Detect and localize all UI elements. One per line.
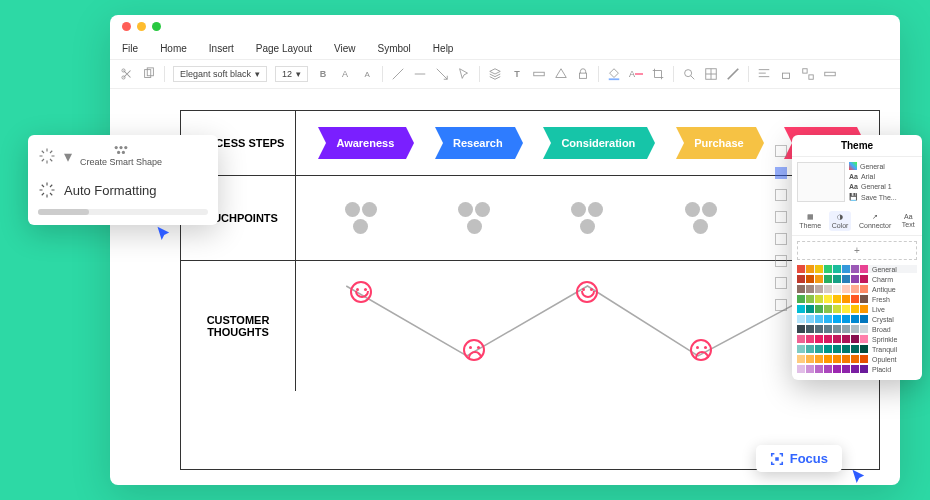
palette-row[interactable]: Crystal [797,315,917,323]
side-tool-icon[interactable] [775,233,787,245]
svg-rect-9 [783,73,790,78]
palette-row[interactable]: Live [797,305,917,313]
svg-point-7 [685,70,692,77]
align-icon[interactable] [757,67,771,81]
emoji-sad[interactable] [690,339,712,361]
side-tool-icon[interactable] [775,255,787,267]
palette-row[interactable]: Antique [797,285,917,293]
fill-icon[interactable] [607,67,621,81]
theme-opt-font[interactable]: AaArial [849,173,917,180]
cut-icon[interactable] [120,67,134,81]
theme-preview[interactable] [797,162,845,202]
svg-point-13 [115,146,118,149]
emoji-sad[interactable] [463,339,485,361]
menu-symbol[interactable]: Symbol [378,43,411,54]
font-size-up-icon[interactable]: A [338,67,352,81]
auto-format-panel: ▾ Create Smart Shape Auto Formatting [28,135,218,225]
palette-row[interactable]: Tranquil [797,345,917,353]
step-awareness[interactable]: Awareness [318,127,406,159]
menu-help[interactable]: Help [433,43,454,54]
emoji-happy[interactable] [576,281,598,303]
palette-row[interactable]: Broad [797,325,917,333]
auto-formatting-button[interactable]: Auto Formatting [38,175,208,205]
palette-row[interactable]: Sprinkle [797,335,917,343]
palette-row[interactable]: Fresh [797,295,917,303]
touchpoint-cluster[interactable] [567,202,607,234]
bold-icon[interactable]: B [316,67,330,81]
side-tool-icon[interactable] [775,299,787,311]
tab-color[interactable]: ◑Color [829,211,852,231]
font-color-icon[interactable]: A [629,67,643,81]
side-tool-icon[interactable] [775,189,787,201]
stroke-icon[interactable] [726,67,740,81]
font-selector[interactable]: Elegant soft black▾ [173,66,267,82]
touchpoint-cluster[interactable] [341,202,381,234]
palette-row[interactable]: Opulent [797,355,917,363]
menu-insert[interactable]: Insert [209,43,234,54]
titlebar [110,15,900,37]
palette-row[interactable]: Charm [797,275,917,283]
tab-text[interactable]: AaText [899,211,918,231]
theme-opt-general[interactable]: General [849,162,917,170]
connector-icon[interactable] [391,67,405,81]
row-label-thoughts: CUSTOMER THOUGHTS [181,261,296,391]
menu-page-layout[interactable]: Page Layout [256,43,312,54]
menu-file[interactable]: File [122,43,138,54]
font-size[interactable]: 12▾ [275,66,308,82]
minimize-icon[interactable] [137,22,146,31]
text-icon[interactable]: T [510,67,524,81]
insert-row-icon[interactable] [532,67,546,81]
svg-rect-4 [534,72,545,76]
svg-rect-11 [809,75,813,79]
theme-opt-save[interactable]: 💾Save The... [849,193,917,201]
lock2-icon[interactable] [779,67,793,81]
focus-icon [770,452,784,466]
side-tool-icon[interactable] [775,277,787,289]
cursor-icon [850,468,870,488]
more-icon[interactable] [823,67,837,81]
svg-point-17 [122,151,125,154]
layers-icon[interactable] [488,67,502,81]
group-icon[interactable] [801,67,815,81]
menubar: File Home Insert Page Layout View Symbol… [110,37,900,59]
shape-icon[interactable] [554,67,568,81]
side-toolbar [772,145,790,311]
tab-theme[interactable]: ▦Theme [796,211,824,231]
font-size-down-icon[interactable]: A [360,67,374,81]
sparkle-icon [38,181,56,199]
line-icon[interactable] [413,67,427,81]
tab-connector[interactable]: ↗Connector [856,211,894,231]
step-research[interactable]: Research [435,127,515,159]
side-tool-icon[interactable] [775,211,787,223]
step-consideration[interactable]: Consideration [543,127,647,159]
add-palette-button[interactable]: + [797,241,917,260]
menu-view[interactable]: View [334,43,356,54]
svg-point-14 [119,146,122,149]
touchpoint-cluster[interactable] [454,202,494,234]
svg-rect-18 [775,457,779,461]
focus-button[interactable]: Focus [756,445,842,472]
progress-bar [38,209,208,215]
menu-home[interactable]: Home [160,43,187,54]
palette-row[interactable]: Placid [797,365,917,373]
cursor-icon [155,225,175,245]
maximize-icon[interactable] [152,22,161,31]
side-tool-icon[interactable] [775,145,787,157]
svg-rect-5 [580,73,587,78]
palette-list: GeneralCharmAntiqueFreshLiveCrystalBroad… [792,265,922,380]
emoji-happy[interactable] [350,281,372,303]
theme-opt-general1[interactable]: AaGeneral 1 [849,183,917,190]
crop-icon[interactable] [651,67,665,81]
step-purchase[interactable]: Purchase [676,127,756,159]
touchpoint-cluster[interactable] [681,202,721,234]
close-icon[interactable] [122,22,131,31]
lock-icon[interactable] [576,67,590,81]
search-icon[interactable] [682,67,696,81]
arrow-icon[interactable] [435,67,449,81]
side-tool-icon[interactable] [775,167,787,179]
create-smart-shape-button[interactable]: Create Smart Shape [80,145,162,167]
copy-icon[interactable] [142,67,156,81]
grid-icon[interactable] [704,67,718,81]
pointer-icon[interactable] [457,67,471,81]
palette-row[interactable]: General [797,265,917,273]
